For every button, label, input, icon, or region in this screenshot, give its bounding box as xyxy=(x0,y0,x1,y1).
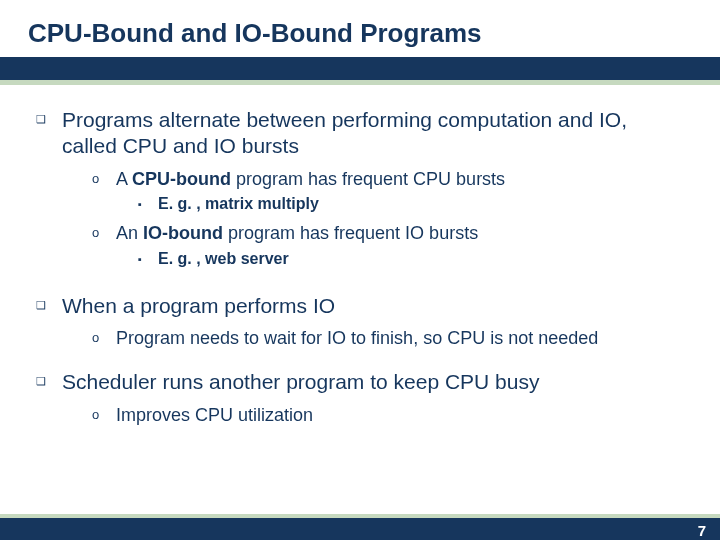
point-text: Improves CPU utilization xyxy=(116,404,313,427)
circle-bullet-icon: o xyxy=(92,168,116,191)
bullet-level3: ▪ E. g. , matrix multiply xyxy=(138,194,684,214)
slide-title: CPU-Bound and IO-Bound Programs xyxy=(0,0,720,57)
title-band xyxy=(0,57,720,85)
circle-bullet-icon: o xyxy=(92,327,116,350)
page-number: 7 xyxy=(698,522,706,539)
bullet-level1: ❑ Scheduler runs another program to keep… xyxy=(36,369,684,395)
bullet-level2: o A CPU-bound program has frequent CPU b… xyxy=(92,168,684,191)
square-bullet-icon: ❑ xyxy=(36,107,62,160)
point-text: An IO-bound program has frequent IO burs… xyxy=(116,222,478,245)
text-run: An xyxy=(116,223,143,243)
slide: CPU-Bound and IO-Bound Programs ❑ Progra… xyxy=(0,0,720,540)
square-bullet-icon: ❑ xyxy=(36,293,62,319)
bullet-level2: o Improves CPU utilization xyxy=(92,404,684,427)
bullet-level2: o Program needs to wait for IO to finish… xyxy=(92,327,684,350)
text-run: A xyxy=(116,169,132,189)
bullet-level1: ❑ When a program performs IO xyxy=(36,293,684,319)
bullet-level1: ❑ Programs alternate between performing … xyxy=(36,107,684,160)
point-text: When a program performs IO xyxy=(62,293,335,319)
black-square-bullet-icon: ▪ xyxy=(138,249,158,269)
footer-band: 7 xyxy=(0,514,720,540)
point-text: Programs alternate between performing co… xyxy=(62,107,684,160)
point-text: E. g. , matrix multiply xyxy=(158,194,319,214)
point-text: E. g. , web server xyxy=(158,249,289,269)
circle-bullet-icon: o xyxy=(92,222,116,245)
bullet-level2: o An IO-bound program has frequent IO bu… xyxy=(92,222,684,245)
spacer xyxy=(36,277,684,293)
slide-content: ❑ Programs alternate between performing … xyxy=(0,85,720,426)
point-text: Scheduler runs another program to keep C… xyxy=(62,369,539,395)
text-run: program has frequent CPU bursts xyxy=(231,169,505,189)
square-bullet-icon: ❑ xyxy=(36,369,62,395)
bullet-level3: ▪ E. g. , web server xyxy=(138,249,684,269)
text-run: program has frequent IO bursts xyxy=(223,223,478,243)
text-bold: CPU-bound xyxy=(132,169,231,189)
black-square-bullet-icon: ▪ xyxy=(138,194,158,214)
spacer xyxy=(36,353,684,369)
text-bold: IO-bound xyxy=(143,223,223,243)
circle-bullet-icon: o xyxy=(92,404,116,427)
point-text: Program needs to wait for IO to finish, … xyxy=(116,327,598,350)
point-text: A CPU-bound program has frequent CPU bur… xyxy=(116,168,505,191)
